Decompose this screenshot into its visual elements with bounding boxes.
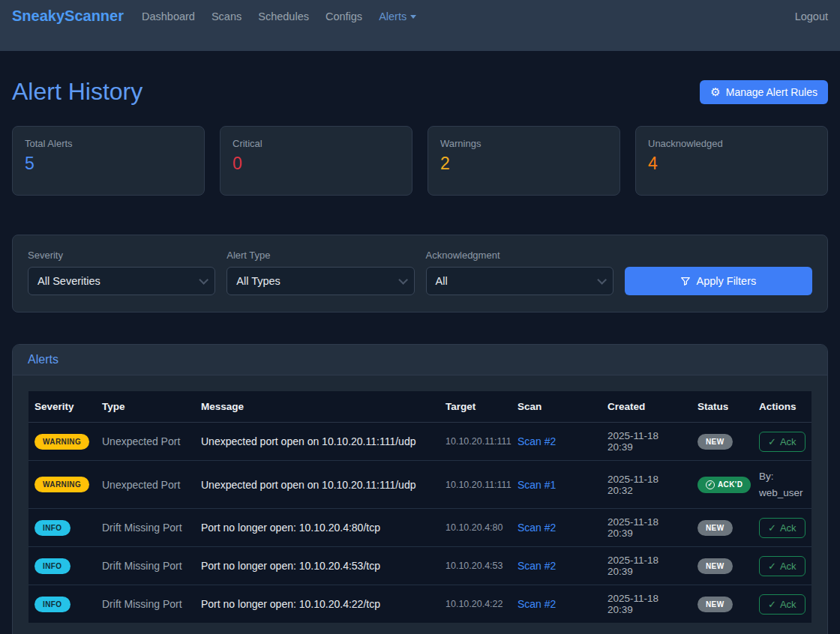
stat-value: 0: [232, 154, 400, 174]
scan-link[interactable]: Scan #1: [518, 479, 556, 491]
stats-row: Total Alerts 5 Critical 0 Warnings 2 Una…: [12, 126, 828, 196]
col-created: Created: [602, 391, 692, 423]
acknowledgment-select[interactable]: All: [426, 267, 614, 295]
col-target: Target: [440, 391, 512, 423]
alert-created: 2025-11-18 20:39: [602, 423, 692, 461]
severity-badge: INFO: [34, 597, 70, 612]
scan-link[interactable]: Scan #2: [518, 598, 556, 610]
alert-target: 10.10.20.11:111: [440, 461, 512, 509]
logout-link[interactable]: Logout: [795, 10, 828, 22]
ack-button-label: Ack: [780, 599, 796, 610]
chevron-down-icon: [200, 275, 209, 285]
ack-button-label: Ack: [780, 561, 796, 572]
alert-target: 10.10.20.4:22: [440, 585, 512, 624]
acknowledgment-select-value: All: [436, 275, 448, 287]
check-circle-icon: ✓: [706, 480, 715, 489]
status-badge-ackd: ✓ACK'D: [698, 477, 751, 493]
ack-button[interactable]: ✓Ack: [759, 556, 806, 576]
check-icon: ✓: [768, 561, 776, 572]
col-severity: Severity: [28, 391, 96, 423]
acknowledged-by: By:web_user: [759, 468, 806, 501]
severity-select-value: All Severities: [38, 275, 100, 287]
nav-item-alerts-label: Alerts: [379, 10, 406, 22]
status-badge: NEW: [698, 434, 733, 450]
scan-link[interactable]: Scan #2: [518, 560, 556, 572]
ack-button-label: Ack: [780, 522, 796, 534]
stat-card-unacknowledged: Unacknowledged 4: [635, 126, 828, 196]
nav-item-schedules[interactable]: Schedules: [258, 10, 309, 22]
status-badge: NEW: [698, 558, 733, 574]
severity-badge: INFO: [34, 558, 70, 574]
severity-badge: WARNING: [34, 434, 89, 450]
brand-logo[interactable]: SneakyScanner: [12, 7, 124, 25]
check-icon: ✓: [768, 436, 776, 447]
ack-button-label: Ack: [780, 436, 796, 447]
severity-badge: INFO: [34, 520, 70, 536]
table-row: WARNING Unexpected Port Unexpected port …: [28, 461, 812, 509]
status-badge: NEW: [698, 597, 733, 612]
alert-message: Unexpected port open on 10.10.20.11:111/…: [195, 423, 440, 461]
apply-filters-label: Apply Filters: [696, 275, 756, 287]
scan-link[interactable]: Scan #2: [518, 522, 556, 534]
stat-card-warnings: Warnings 2: [428, 126, 620, 196]
severity-badge: WARNING: [34, 477, 89, 492]
alert-message: Port no longer open: 10.10.20.4:53/tcp: [195, 547, 440, 585]
navbar: SneakyScanner Dashboard Scans Schedules …: [0, 0, 840, 51]
alert-type-select[interactable]: All Types: [226, 267, 414, 295]
col-status: Status: [692, 391, 753, 423]
alert-type: Unexpected Port: [96, 461, 195, 509]
alert-type: Drift Missing Port: [96, 585, 195, 624]
alert-message: Port no longer open: 10.10.20.4:22/tcp: [195, 585, 440, 624]
alert-message: Port no longer open: 10.10.20.4:80/tcp: [195, 509, 440, 547]
alert-target: 10.10.20.11:111: [440, 423, 512, 461]
severity-filter-label: Severity: [28, 250, 215, 261]
col-actions: Actions: [753, 391, 812, 423]
col-scan: Scan: [512, 391, 602, 423]
stat-card-total-alerts: Total Alerts 5: [12, 126, 205, 196]
filter-funnel-icon: [680, 276, 691, 286]
ack-button[interactable]: ✓Ack: [759, 432, 806, 452]
nav-item-scans[interactable]: Scans: [212, 10, 242, 22]
alert-target: 10.10.20.4:80: [440, 509, 512, 547]
stat-label: Critical: [232, 138, 400, 149]
filter-bar: Severity All Severities Alert Type All T…: [12, 235, 828, 313]
ack-button[interactable]: ✓Ack: [759, 594, 806, 615]
stat-value: 5: [25, 154, 192, 174]
severity-select[interactable]: All Severities: [28, 267, 215, 295]
stat-label: Warnings: [440, 138, 608, 149]
check-icon: ✓: [768, 522, 776, 534]
alert-message: Unexpected port open on 10.10.20.11:111/…: [195, 461, 440, 509]
alerts-panel: Alerts Severity Type Message Target Scan…: [12, 344, 828, 634]
page-header: Alert History ⚙ Manage Alert Rules: [12, 78, 828, 106]
scan-link[interactable]: Scan #2: [518, 435, 556, 447]
alert-created: 2025-11-18 20:32: [602, 461, 692, 509]
apply-filters-button[interactable]: Apply Filters: [625, 267, 812, 295]
table-header-row: Severity Type Message Target Scan Create…: [28, 391, 812, 423]
stat-value: 2: [440, 154, 608, 174]
acknowledgment-filter-label: Acknowledgment: [426, 250, 614, 261]
alerts-panel-title: Alerts: [13, 345, 827, 375]
check-icon: ✓: [768, 599, 776, 610]
stat-value: 4: [648, 154, 815, 174]
alert-type: Drift Missing Port: [96, 509, 195, 547]
alert-type: Unexpected Port: [96, 423, 195, 461]
alert-type: Drift Missing Port: [96, 547, 195, 585]
nav-item-dashboard[interactable]: Dashboard: [142, 10, 195, 22]
nav-item-alerts-dropdown[interactable]: Alerts: [379, 10, 416, 22]
table-row: INFO Drift Missing Port Port no longer o…: [28, 509, 812, 547]
nav-item-configs[interactable]: Configs: [326, 10, 362, 22]
manage-alert-rules-label: Manage Alert Rules: [726, 86, 818, 98]
alert-target: 10.10.20.4:53: [440, 547, 512, 585]
table-row: WARNING Unexpected Port Unexpected port …: [28, 423, 812, 461]
ack-button[interactable]: ✓Ack: [759, 518, 806, 538]
gear-icon: ⚙: [710, 86, 720, 97]
manage-alert-rules-button[interactable]: ⚙ Manage Alert Rules: [700, 80, 828, 104]
col-type: Type: [96, 391, 195, 423]
alert-created: 2025-11-18 20:39: [602, 509, 692, 547]
chevron-down-icon: [398, 275, 408, 285]
col-message: Message: [195, 391, 440, 423]
stat-label: Unacknowledged: [648, 138, 815, 149]
status-badge: NEW: [698, 520, 733, 536]
chevron-down-icon: [597, 275, 607, 285]
alert-created: 2025-11-18 20:39: [602, 547, 692, 585]
